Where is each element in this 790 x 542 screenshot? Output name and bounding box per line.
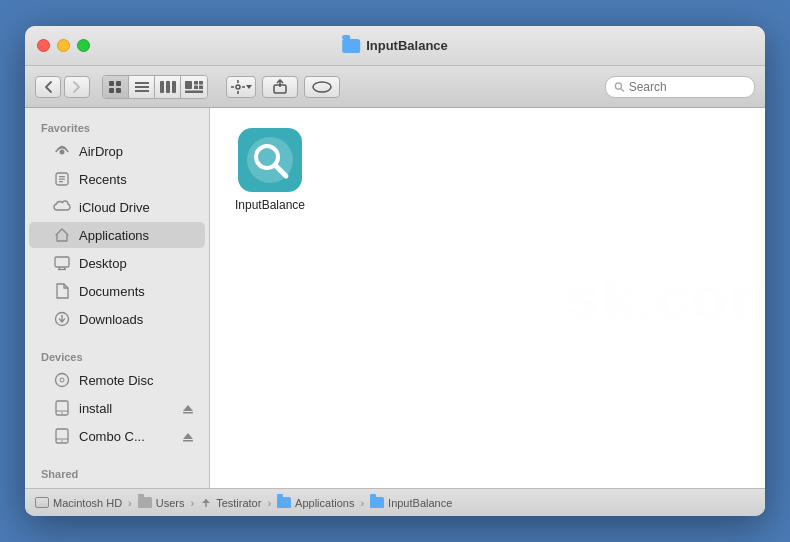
traffic-lights (37, 39, 90, 52)
sidebar-documents-label: Documents (79, 284, 145, 299)
icloud-icon (53, 198, 71, 216)
sidebar-item-recents[interactable]: Recents (29, 166, 205, 192)
svg-rect-29 (59, 181, 63, 182)
svg-point-36 (56, 374, 69, 387)
sidebar-item-documents[interactable]: Documents (29, 278, 205, 304)
svg-rect-41 (183, 412, 193, 414)
hd-icon (35, 497, 49, 508)
statusbar: Macintosh HD › Users › Testirator › Appl… (25, 488, 765, 516)
drive-icon-1 (53, 399, 71, 417)
sep-1: › (128, 497, 132, 509)
minimize-button[interactable] (57, 39, 70, 52)
applications-icon (53, 226, 71, 244)
sidebar-downloads-label: Downloads (79, 312, 143, 327)
drive-icon-2 (53, 427, 71, 445)
file-icon (238, 128, 302, 192)
svg-point-23 (615, 82, 621, 88)
sidebar-icloud-label: iCloud Drive (79, 200, 150, 215)
file-item-inputbalance[interactable]: InputBalance (230, 128, 310, 212)
file-name: InputBalance (235, 198, 305, 212)
search-box[interactable] (605, 76, 755, 98)
titlebar: InputBalance (25, 26, 765, 66)
sep-2: › (190, 497, 194, 509)
window-title: InputBalance (342, 38, 448, 53)
breadcrumb-hd: Macintosh HD (53, 497, 122, 509)
svg-point-40 (61, 412, 63, 414)
svg-rect-3 (116, 88, 121, 93)
inputbalance-folder-icon (370, 497, 384, 508)
svg-rect-1 (116, 81, 121, 86)
sidebar-item-icloud[interactable]: iCloud Drive (29, 194, 205, 220)
view-gallery-button[interactable] (181, 76, 207, 98)
breadcrumb-inputbalance: InputBalance (388, 497, 452, 509)
breadcrumb: Macintosh HD › Users › Testirator › Appl… (35, 497, 452, 509)
svg-rect-4 (135, 82, 149, 84)
title-folder-icon (342, 39, 360, 53)
eject-icon-2 (181, 429, 195, 443)
sidebar-combo-label: Combo C... (79, 429, 145, 444)
sidebar-airdrop-label: AirDrop (79, 144, 123, 159)
sidebar-item-downloads[interactable]: Downloads (29, 306, 205, 332)
sidebar-recents-label: Recents (79, 172, 127, 187)
svg-line-24 (621, 88, 624, 91)
applications-folder-icon (277, 497, 291, 508)
breadcrumb-applications: Applications (295, 497, 354, 509)
breadcrumb-testirator: Testirator (216, 497, 261, 509)
svg-rect-2 (109, 88, 114, 93)
svg-point-22 (313, 82, 331, 92)
svg-rect-9 (172, 81, 176, 93)
sidebar-install-label: install (79, 401, 112, 416)
svg-point-44 (61, 440, 63, 442)
file-icon-svg (245, 135, 295, 185)
recents-icon (53, 170, 71, 188)
breadcrumb-users: Users (156, 497, 185, 509)
svg-rect-14 (199, 85, 203, 89)
svg-rect-8 (166, 81, 170, 93)
main-area: Favorites AirDrop (25, 108, 765, 488)
downloads-icon (53, 310, 71, 328)
svg-point-16 (236, 85, 240, 89)
sidebar-applications-label: Applications (79, 228, 149, 243)
finder-window: InputBalance (25, 26, 765, 516)
shared-header: Shared (25, 462, 209, 483)
desktop-icon (53, 254, 71, 272)
svg-point-25 (60, 150, 65, 155)
sidebar-item-combo[interactable]: Combo C... (29, 423, 205, 449)
share-button[interactable] (262, 76, 298, 98)
svg-rect-7 (160, 81, 164, 93)
forward-button[interactable] (64, 76, 90, 98)
svg-rect-30 (55, 257, 69, 267)
nav-buttons (35, 76, 90, 98)
sidebar-item-install[interactable]: install (29, 395, 205, 421)
favorites-header: Favorites (25, 116, 209, 137)
svg-rect-27 (59, 176, 65, 177)
svg-rect-5 (135, 86, 149, 88)
devices-header: Devices (25, 345, 209, 366)
documents-icon (53, 282, 71, 300)
sidebar-item-remote-disc[interactable]: Remote Disc (29, 367, 205, 393)
sep-3: › (267, 497, 271, 509)
file-area: PC sk.com InputBalance (210, 108, 765, 488)
view-icon-button[interactable] (103, 76, 129, 98)
remote-disc-icon (53, 371, 71, 389)
svg-rect-6 (135, 90, 149, 92)
eject-icon-1 (181, 401, 195, 415)
sidebar-item-airdrop[interactable]: AirDrop (29, 138, 205, 164)
sidebar-remote-disc-label: Remote Disc (79, 373, 153, 388)
svg-point-37 (60, 378, 64, 382)
view-column-button[interactable] (155, 76, 181, 98)
maximize-button[interactable] (77, 39, 90, 52)
view-list-button[interactable] (129, 76, 155, 98)
svg-rect-13 (194, 85, 198, 89)
svg-rect-0 (109, 81, 114, 86)
action-button[interactable] (226, 76, 256, 98)
back-button[interactable] (35, 76, 61, 98)
sidebar-item-applications[interactable]: Applications (29, 222, 205, 248)
tag-button[interactable] (304, 76, 340, 98)
svg-rect-10 (185, 81, 192, 89)
search-input[interactable] (629, 80, 746, 94)
svg-rect-11 (194, 81, 198, 85)
svg-rect-15 (185, 90, 203, 93)
sidebar-item-desktop[interactable]: Desktop (29, 250, 205, 276)
close-button[interactable] (37, 39, 50, 52)
